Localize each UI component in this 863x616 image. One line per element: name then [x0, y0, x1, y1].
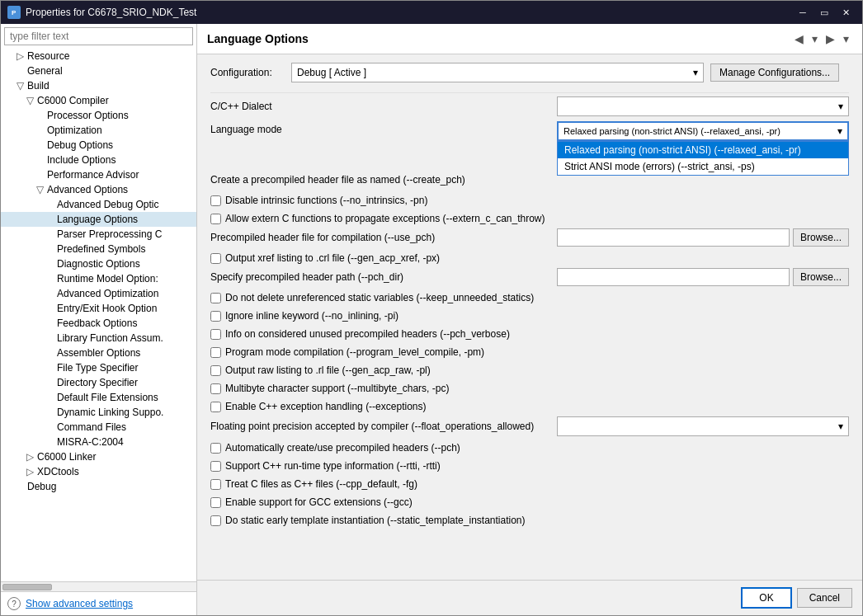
no-inlining-checkbox[interactable] [210, 311, 221, 322]
tree-item-xdctools[interactable]: ▷ XDCtools [1, 464, 196, 479]
static-template-checkbox[interactable] [210, 515, 221, 526]
pch-verbose-checkbox[interactable] [210, 329, 221, 340]
tree-item-optimization[interactable]: Optimization [1, 123, 196, 138]
cpp-default-checkbox[interactable] [210, 479, 221, 490]
nav-back-button[interactable]: ◀ [791, 31, 807, 47]
expand-icon: ▽ [24, 95, 35, 106]
precompiled-header-row: Precompiled header file for compilation … [210, 228, 849, 247]
expand-icon: ▷ [24, 466, 35, 477]
show-advanced-settings-link[interactable]: Show advanced settings [26, 598, 133, 609]
exceptions-checkbox[interactable] [210, 402, 221, 412]
tree-label: Entry/Exit Hook Option [57, 303, 157, 314]
ok-button[interactable]: OK [741, 587, 791, 609]
tree-item-diagnostic-options[interactable]: Diagnostic Options [1, 256, 196, 271]
tree-item-library-function[interactable]: Library Function Assum. [1, 331, 196, 346]
tree-item-default-file-ext[interactable]: Default File Extensions [1, 390, 196, 405]
tree-item-build[interactable]: ▽ Build [1, 78, 196, 93]
tree-label: XDCtools [37, 466, 79, 477]
help-button[interactable]: ? [7, 597, 21, 610]
tree-item-advanced-options[interactable]: ▽ Advanced Options [1, 182, 196, 197]
language-mode-selected: Relaxed parsing (non-strict ANSI) (--rel… [564, 126, 780, 136]
pch-dir-browse[interactable]: Browse... [793, 268, 849, 286]
disable-intrinsics-checkbox[interactable] [210, 195, 221, 206]
nav-back-dropdown[interactable]: ▾ [809, 31, 821, 47]
title-bar: P Properties for C6678_SRIO_NDK_Test ─ ▭… [1, 1, 862, 24]
restore-button[interactable]: ▭ [814, 6, 834, 19]
scrollbar-thumb[interactable] [2, 584, 52, 590]
tree-item-file-type-specifier[interactable]: File Type Specifier [1, 360, 196, 375]
tree-item-dynamic-linking[interactable]: Dynamic Linking Suppo. [1, 405, 196, 420]
float-prec-dropdown[interactable]: ▾ [557, 416, 849, 436]
tree-label: Resource [27, 50, 69, 62]
gcc-extensions-label: Enable support for GCC extensions (--gcc… [225, 496, 413, 508]
config-dropdown-arrow: ▾ [693, 67, 698, 78]
manage-configurations-button[interactable]: Manage Configurations... [710, 63, 839, 82]
pch-dir-input[interactable] [557, 268, 790, 286]
bottom-buttons: OK Cancel [197, 580, 862, 615]
precompiled-header-browse[interactable]: Browse... [793, 228, 849, 247]
tree-label: Optimization [47, 125, 102, 136]
tree-item-feedback-options[interactable]: Feedback Options [1, 316, 196, 331]
tree-item-advanced-optimization[interactable]: Advanced Optimization [1, 286, 196, 301]
tree-item-resource[interactable]: ▷ Resource [1, 49, 196, 63]
expand-icon: ▽ [14, 80, 26, 92]
tree-label: Runtime Model Option: [57, 273, 158, 284]
tree-item-include-options[interactable]: Include Options [1, 153, 196, 167]
program-level-compile-row: Program mode compilation (--program_leve… [210, 344, 849, 360]
tree-label: Feedback Options [57, 317, 137, 329]
tree-item-c6000-compiler[interactable]: ▽ C6000 Compiler [1, 93, 196, 108]
rtti-checkbox[interactable] [210, 461, 221, 472]
exceptions-label: Enable C++ exception handling (--excepti… [225, 401, 426, 412]
disable-intrinsics-label: Disable intrinsic functions (--no_intrin… [225, 195, 427, 206]
tree-item-parser-preprocessing[interactable]: Parser Preprocessing C [1, 227, 196, 242]
tree-item-debug-options[interactable]: Debug Options [1, 138, 196, 153]
keep-unneeded-statics-row: Do not delete unreferenced static variab… [210, 289, 849, 306]
tree-item-entry-exit-hook[interactable]: Entry/Exit Hook Option [1, 301, 196, 316]
tree-item-language-options[interactable]: Language Options [1, 212, 196, 227]
tree-item-debug[interactable]: Debug [1, 479, 196, 494]
tree-item-directory-specifier[interactable]: Directory Specifier [1, 375, 196, 390]
minimize-button[interactable]: ─ [793, 6, 813, 19]
tree-item-command-files[interactable]: Command Files [1, 420, 196, 435]
tree-item-predefined-symbols[interactable]: Predefined Symbols [1, 242, 196, 256]
precompiled-header-input[interactable] [557, 228, 790, 247]
language-option-relaxed[interactable]: Relaxed parsing (non-strict ANSI) (--rel… [558, 142, 848, 158]
cc-dialect-dropdown[interactable]: ▾ [557, 96, 849, 116]
keep-unneeded-statics-checkbox[interactable] [210, 293, 221, 303]
cancel-button[interactable]: Cancel [797, 588, 852, 608]
config-dropdown[interactable]: Debug [ Active ] ▾ [291, 63, 704, 82]
gen-acp-raw-checkbox[interactable] [210, 365, 221, 376]
create-pch-label: Create a precompiled header file as name… [210, 174, 557, 186]
tree-item-performance-advisor[interactable]: Performance Advisor [1, 167, 196, 182]
tree-item-general[interactable]: General [1, 63, 196, 78]
tree-item-runtime-model[interactable]: Runtime Model Option: [1, 271, 196, 286]
language-mode-arrow: ▾ [837, 125, 842, 137]
close-button[interactable]: ✕ [836, 6, 856, 19]
nav-forward-button[interactable]: ▶ [823, 31, 838, 47]
language-mode-field[interactable]: Relaxed parsing (non-strict ANSI) (--rel… [557, 121, 849, 141]
auto-precompiled-checkbox[interactable] [210, 443, 221, 454]
left-panel: ▷ Resource General ▽ Build ▽ C6000 Compi… [1, 24, 197, 615]
bottom-bar: ? Show advanced settings [1, 591, 196, 615]
multibyte-chars-checkbox[interactable] [210, 383, 221, 394]
gcc-extensions-checkbox[interactable] [210, 497, 221, 508]
tree-item-processor-options[interactable]: Processor Options [1, 108, 196, 123]
horizontal-scrollbar[interactable] [1, 581, 196, 591]
tree-item-assembler-options[interactable]: Assembler Options [1, 346, 196, 360]
allow-extern-c-checkbox[interactable] [210, 214, 221, 224]
tree-item-c6000-linker[interactable]: ▷ C6000 Linker [1, 449, 196, 464]
tree-label: Library Function Assum. [57, 332, 163, 344]
expand-icon: ▽ [34, 184, 45, 195]
tree-label: Performance Advisor [47, 169, 139, 181]
program-level-compile-checkbox[interactable] [210, 347, 221, 358]
filter-input[interactable] [4, 27, 193, 45]
tree-label: Default File Extensions [57, 392, 158, 403]
float-prec-row: Floating point precision accepted by com… [210, 416, 849, 436]
language-mode-container: Relaxed parsing (non-strict ANSI) (--rel… [557, 121, 849, 141]
tree-item-advanced-debug[interactable]: Advanced Debug Optic [1, 197, 196, 212]
language-option-strict[interactable]: Strict ANSI mode (errors) (--strict_ansi… [558, 158, 848, 175]
nav-forward-dropdown[interactable]: ▾ [840, 31, 852, 47]
output-xref-checkbox[interactable] [210, 253, 221, 264]
tree-item-misra-c2004[interactable]: MISRA-C:2004 [1, 435, 196, 449]
output-xref-row: Output xref listing to .crl file (--gen_… [210, 250, 849, 266]
